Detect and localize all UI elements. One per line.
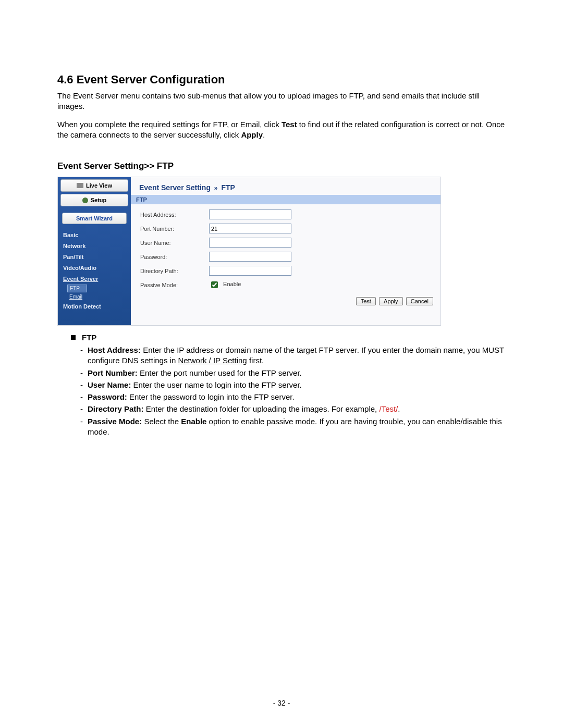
ftp-bullet-label: FTP (82, 333, 96, 342)
config-content: Event Server Setting » FTP FTP Host Addr… (131, 177, 440, 325)
nav-video-audio[interactable]: Video/Audio (58, 262, 131, 273)
nav-sub-email[interactable]: Email (58, 293, 131, 301)
nav-basic[interactable]: Basic (58, 229, 131, 240)
intro-paragraph-2: When you complete the required settings … (57, 119, 506, 141)
user-name-input[interactable] (209, 238, 291, 248)
dash-icon: - (80, 392, 88, 402)
dash-icon: - (80, 404, 88, 414)
gear-icon (82, 198, 88, 203)
passive-mode-checkbox[interactable] (211, 281, 218, 288)
dash-icon: - (80, 380, 88, 390)
ftp-form: Host Address: Port Number: User Name: Pa… (137, 207, 295, 292)
intro-2-e: . (263, 130, 265, 139)
password-label: Password: (137, 250, 206, 264)
desc-dir-bold: Directory Path: (88, 404, 144, 413)
desc-dir-text: Enter the destination folder for uploadi… (144, 404, 380, 413)
host-address-input[interactable] (209, 209, 291, 219)
nav-sub-ftp[interactable]: FTP (67, 285, 87, 292)
user-name-label: User Name: (137, 236, 206, 250)
intro-2-apply: Apply (241, 130, 263, 139)
camera-icon (77, 183, 83, 188)
desc-user-bold: User Name: (88, 380, 131, 389)
cancel-button[interactable]: Cancel (406, 297, 433, 305)
desc-pass-text: Enter the password to login into the FTP… (127, 392, 295, 401)
desc-pass-bold: Password: (88, 392, 127, 401)
desc-pm-text-a: Select the (142, 417, 181, 426)
live-view-label: Live View (86, 182, 112, 189)
apply-button[interactable]: Apply (379, 297, 403, 305)
port-number-input[interactable] (209, 224, 291, 233)
button-row: Test Apply Cancel (131, 292, 440, 311)
passive-mode-label: Passive Mode: (137, 278, 206, 292)
nav-motion-detect[interactable]: Motion Detect (58, 301, 131, 312)
host-address-label: Host Address: (137, 207, 206, 221)
nav-pan-tilt[interactable]: Pan/Tilt (58, 251, 131, 262)
ftp-bullet-heading: FTP (71, 333, 506, 342)
dash-icon: - (80, 345, 88, 366)
intro-paragraph-1: The Event Server menu contains two sub-m… (57, 91, 506, 112)
desc-password: - Password: Enter the password to login … (80, 392, 506, 402)
desc-directory: - Directory Path: Enter the destination … (80, 404, 506, 414)
desc-port-text: Enter the port number used for the FTP s… (138, 368, 302, 377)
test-button[interactable]: Test (356, 297, 376, 305)
intro-2-test: Test (282, 120, 297, 129)
crumb-a: Event Server Setting (139, 183, 211, 192)
setup-button[interactable]: Setup (60, 194, 128, 206)
sub-heading: Event Server Setting>> FTP (57, 161, 506, 171)
dash-icon: - (80, 416, 88, 438)
desc-port: - Port Number: Enter the port number use… (80, 368, 506, 378)
desc-user-text: Enter the user name to login into the FT… (131, 380, 301, 389)
crumb-b: FTP (221, 183, 235, 192)
desc-dir-end: . (398, 404, 400, 413)
desc-host-link: Network / IP Setting (178, 356, 247, 365)
desc-dir-example: /Test/ (379, 404, 398, 413)
password-input[interactable] (209, 252, 291, 262)
intro-2-a: When you complete the required settings … (57, 120, 282, 129)
port-number-label: Port Number: (137, 221, 206, 236)
smart-wizard-button[interactable]: Smart Wizard (62, 213, 127, 224)
desc-pm-enable: Enable (181, 417, 206, 426)
desc-user: - User Name: Enter the user name to logi… (80, 380, 506, 390)
desc-host-end: first. (247, 356, 264, 365)
desc-pm-bold: Passive Mode: (88, 417, 142, 426)
config-sidebar: Live View Setup Smart Wizard Basic Netwo… (58, 177, 131, 325)
config-screenshot: Live View Setup Smart Wizard Basic Netwo… (57, 177, 441, 326)
directory-path-label: Directory Path: (137, 264, 206, 278)
desc-host: - Host Address: Enter the IP address or … (80, 345, 506, 366)
desc-port-bold: Port Number: (88, 368, 138, 377)
content-breadcrumb: Event Server Setting » FTP (131, 177, 440, 195)
desc-host-text: Enter the IP address or domain name of t… (88, 346, 504, 365)
enable-label: Enable (223, 281, 241, 287)
live-view-button[interactable]: Live View (60, 179, 128, 192)
page-number: - 32 - (0, 699, 563, 707)
section-heading: 4.6 Event Server Configuration (57, 73, 506, 87)
setup-label: Setup (91, 197, 107, 203)
square-bullet-icon (71, 335, 76, 340)
directory-path-input[interactable] (209, 266, 291, 276)
description-block: FTP - Host Address: Enter the IP address… (57, 333, 506, 437)
nav-event-server[interactable]: Event Server (58, 273, 131, 284)
desc-passive-mode: - Passive Mode: Select the Enable option… (80, 416, 506, 438)
desc-host-bold: Host Address: (88, 346, 141, 354)
nav-network[interactable]: Network (58, 240, 131, 251)
chevron-right-icon: » (213, 184, 219, 192)
ftp-section-bar: FTP (131, 195, 440, 204)
dash-icon: - (80, 368, 88, 378)
